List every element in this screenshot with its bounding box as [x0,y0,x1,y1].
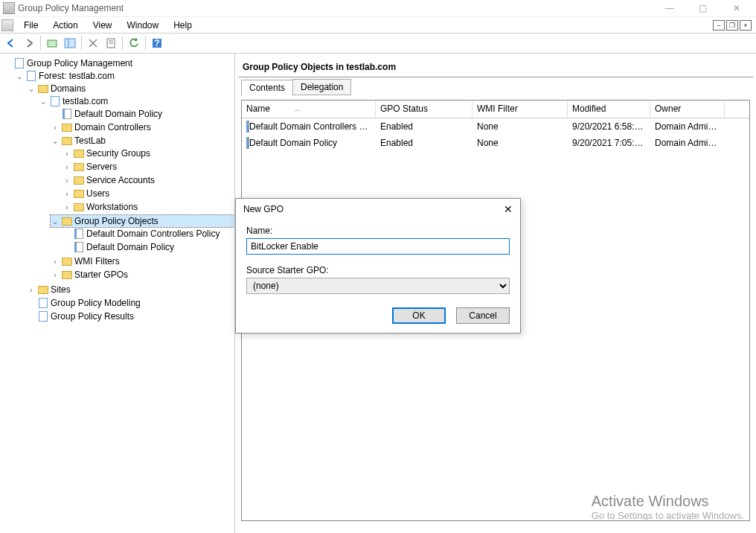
dialog-title: New GPO [243,204,284,214]
window-title: Group Policy Management [18,3,653,13]
menu-window[interactable]: Window [120,19,167,32]
tree-results-label: Group Policy Results [51,311,134,322]
tree-default-domain-policy[interactable]: Default Domain Policy [51,108,234,120]
cell-wmi: None [472,120,568,133]
delete-button[interactable] [85,35,101,51]
show-hide-tree-button[interactable] [62,35,78,51]
maximize-button[interactable]: ▢ [686,0,720,16]
tree-service-accounts[interactable]: ›Service Accounts [63,174,234,186]
tree-pane[interactable]: Group Policy Management ⌄Forest: testlab… [0,54,235,533]
app-icon [3,2,15,14]
tree-domains[interactable]: ⌄Domains [27,83,234,95]
refresh-button[interactable] [126,35,142,51]
table-row[interactable]: Default Domain Policy Enabled None 9/20/… [242,135,749,151]
mdi-close-icon[interactable]: × [740,20,752,31]
tree-domain-label: testlab.com [63,96,108,106]
tree-domain-controllers[interactable]: ›Domain Controllers [51,121,234,133]
system-menu-icon[interactable] [1,19,13,31]
tree-workstations[interactable]: ›Workstations [63,201,234,213]
mdi-minimize-icon[interactable]: – [713,20,725,31]
source-starter-label: Source Starter GPO: [246,265,510,275]
tree-users-label: Users [86,188,109,199]
col-wmi[interactable]: WMI Filter [472,100,568,118]
ok-button[interactable]: OK [392,307,446,324]
gpo-name-input[interactable] [246,238,510,255]
cell-name: Default Domain Policy [249,138,337,148]
cell-wmi: None [472,136,568,150]
tree-ddp2[interactable]: Default Domain Policy [63,241,234,253]
col-modified[interactable]: Modified [568,100,650,118]
properties-button[interactable] [103,35,119,51]
tree-domain[interactable]: ⌄testlab.com [39,95,234,107]
sort-indicator-icon: ︿ [295,106,301,113]
menu-action[interactable]: Action [45,19,85,32]
dialog-close-button[interactable]: ✕ [504,203,513,215]
menu-view[interactable]: View [86,19,120,32]
toolbar: ? [0,33,756,54]
tab-delegation[interactable]: Delegation [292,79,351,95]
tree-ddp-label: Default Domain Policy [74,109,162,119]
cell-owner: Domain Admins (... [650,136,725,150]
close-button[interactable]: ✕ [720,0,753,16]
tree-testlab-label: TestLab [74,135,106,146]
grid-header[interactable]: Name ︿ GPO Status WMI Filter Modified Ow… [242,100,749,118]
tree-users[interactable]: ›Users [63,188,234,200]
menu-help[interactable]: Help [166,19,199,32]
heading-domain: testlab.com [346,62,396,72]
tree-sg-label: Security Groups [86,148,150,159]
tree-sa-label: Service Accounts [86,175,155,185]
tree-starter-label: Starter GPOs [74,269,128,280]
tree-ddcp-label: Default Domain Controllers Policy [86,229,220,239]
content-heading: Group Policy Objects in testlab.com [238,57,753,77]
tree-sites-label: Sites [51,284,71,295]
tree-sites[interactable]: ›Sites [27,284,234,296]
minimize-button[interactable]: — [653,0,686,16]
tree-security-groups[interactable]: ›Security Groups [63,147,234,159]
tree-gpo-container[interactable]: ⌄Group Policy Objects [51,215,234,227]
tree-srv-label: Servers [86,162,117,172]
tree-testlab-ou[interactable]: ⌄TestLab [51,135,234,147]
dialog-titlebar[interactable]: New GPO ✕ [236,199,520,220]
tree-domains-label: Domains [51,83,86,94]
mdi-restore-icon[interactable]: ❐ [726,20,738,31]
cell-status: Enabled [376,120,472,133]
svg-rect-1 [65,39,75,48]
tree-forest-label: Forest: testlab.com [39,71,115,81]
cell-modified: 9/20/2021 7:05:40 ... [568,136,650,150]
tree-dc-label: Domain Controllers [74,122,151,133]
tab-contents[interactable]: Contents [241,80,293,96]
up-button[interactable] [44,35,60,51]
menu-bar: File Action View Window Help – ❐ × [0,16,756,33]
cell-status: Enabled [376,136,472,150]
title-bar: Group Policy Management — ▢ ✕ [0,0,756,16]
source-starter-select[interactable]: (none) [246,278,510,294]
cancel-button[interactable]: Cancel [456,307,510,324]
col-status[interactable]: GPO Status [376,100,472,118]
forward-button[interactable] [21,35,37,51]
tree-forest[interactable]: ⌄Forest: testlab.com [15,70,234,82]
new-gpo-dialog: New GPO ✕ Name: Source Starter GPO: (non… [235,198,521,333]
tree-root[interactable]: Group Policy Management [3,57,234,69]
tree-modeling[interactable]: Group Policy Modeling [27,297,234,309]
back-button[interactable] [3,35,19,51]
cell-modified: 9/20/2021 6:58:02 ... [568,120,650,133]
tree-results[interactable]: Group Policy Results [27,310,234,322]
tree-starter-gpos[interactable]: ›Starter GPOs [51,269,234,281]
col-owner[interactable]: Owner [650,100,725,118]
name-label: Name: [246,226,510,236]
tree-ddcp[interactable]: Default Domain Controllers Policy [63,228,234,240]
menu-file[interactable]: File [16,19,45,32]
col-name[interactable]: Name ︿ [242,100,376,118]
help-button[interactable]: ? [149,35,165,51]
tree-root-label: Group Policy Management [27,58,132,68]
tree-ws-label: Workstations [86,202,138,212]
table-row[interactable]: Default Domain Controllers Policy Enable… [242,118,749,135]
tree-modeling-label: Group Policy Modeling [51,298,141,308]
tree-ddp2-label: Default Domain Policy [86,242,174,252]
cell-name: Default Domain Controllers Policy [249,121,376,132]
tree-wmi-filters[interactable]: ›WMI Filters [51,255,234,267]
tree-gpo-label: Group Policy Objects [74,216,158,226]
tree-wmi-label: WMI Filters [74,256,120,266]
tree-servers[interactable]: ›Servers [63,161,234,173]
svg-text:?: ? [154,38,159,48]
